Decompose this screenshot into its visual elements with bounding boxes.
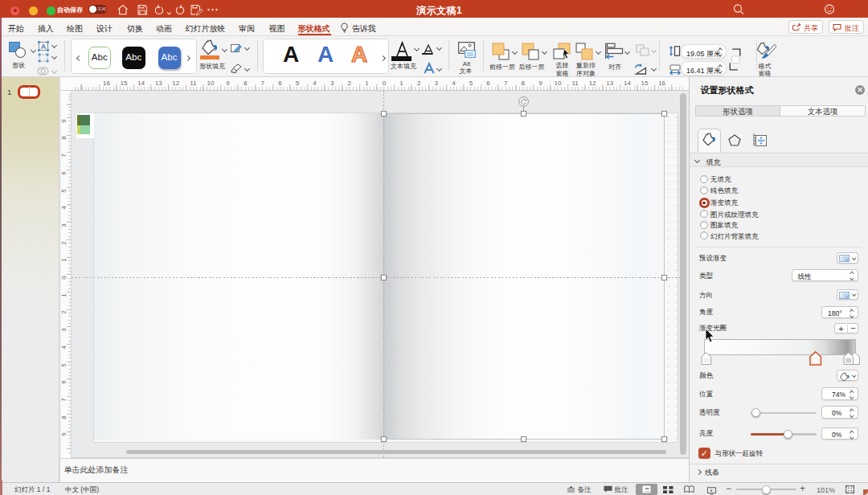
svg-text:A: A [41,43,47,51]
